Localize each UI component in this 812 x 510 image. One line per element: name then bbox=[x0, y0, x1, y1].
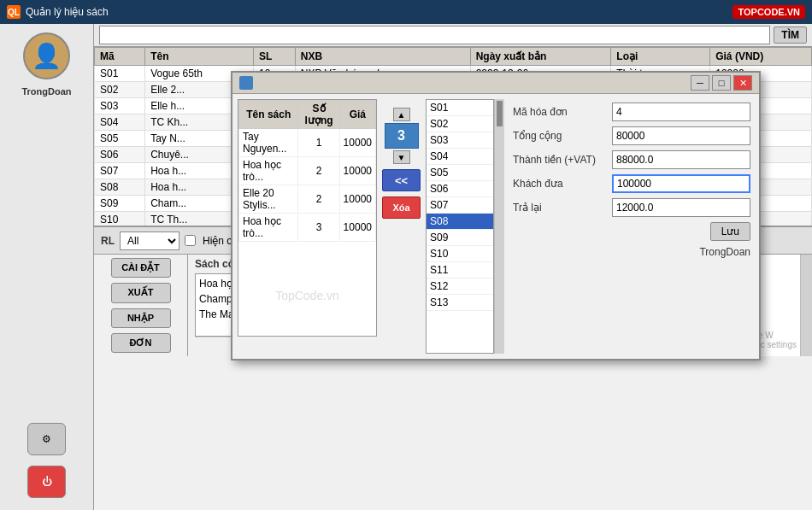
book-list-item[interactable]: S11 bbox=[427, 262, 493, 278]
maximize-button[interactable]: □ bbox=[712, 75, 731, 91]
quantity-control: ▲ 3 ▼ bbox=[385, 108, 419, 164]
order-table-cell: 10000 bbox=[339, 214, 375, 242]
order-table-row[interactable]: Tay Nguyen...110000 bbox=[239, 129, 376, 157]
khach-dua-row: Khách đưa bbox=[513, 174, 750, 193]
invoice-id-row: Mã hóa đơn bbox=[513, 103, 750, 121]
order-table-row[interactable]: Elle 20 Stylis...210000 bbox=[239, 185, 376, 214]
book-list-container: S01S02S03S04S05S06S07S08S09S10S11S12S13 bbox=[426, 99, 504, 354]
order-table-cell: 10000 bbox=[339, 129, 375, 157]
order-table-cell: 2 bbox=[298, 157, 339, 185]
scrollbar-thumb[interactable] bbox=[497, 101, 503, 126]
order-table-cell: Hoa học trò... bbox=[239, 214, 298, 242]
vat-row: Thành tiền (+VAT) bbox=[513, 150, 750, 169]
modal-window-controls: ─ □ ✕ bbox=[691, 75, 752, 91]
order-table-row[interactable]: Hoa học trò...310000 bbox=[239, 214, 376, 242]
modal-body: Tên sách Số lượng Giá Tay Nguyen...11000… bbox=[232, 94, 759, 359]
book-list-item[interactable]: S05 bbox=[427, 165, 493, 181]
tra-lai-input[interactable] bbox=[612, 198, 750, 217]
total-row: Tổng cộng bbox=[513, 126, 750, 145]
book-list-item[interactable]: S10 bbox=[427, 246, 493, 262]
khach-dua-input[interactable] bbox=[612, 174, 750, 193]
book-list-item[interactable]: S01 bbox=[427, 100, 493, 116]
book-list-scrollbar[interactable] bbox=[494, 99, 504, 354]
logo-badge: TOPCODE.VN bbox=[733, 5, 805, 19]
payment-panel: Mã hóa đơn Tổng cộng Thành tiền (+VAT) K… bbox=[509, 99, 754, 354]
order-table-cell: 1 bbox=[298, 129, 339, 157]
order-table-wrapper: Tên sách Số lượng Giá Tay Nguyen...11000… bbox=[238, 99, 377, 337]
qty-up-button[interactable]: ▲ bbox=[393, 108, 410, 121]
order-table-cell: 3 bbox=[298, 214, 339, 242]
modal-title-bar: ─ □ ✕ bbox=[232, 73, 759, 94]
ma-hoa-don-label: Mã hóa đơn bbox=[513, 106, 607, 118]
tra-lai-label: Trả lại bbox=[513, 202, 607, 214]
order-table-cell: 10000 bbox=[339, 185, 375, 214]
modal-icon bbox=[239, 76, 253, 90]
book-list-item[interactable]: S13 bbox=[427, 295, 493, 311]
order-table-row[interactable]: Hoa học trò...210000 bbox=[239, 157, 376, 185]
order-dialog: ─ □ ✕ Tên sách Số lượng Giá bbox=[231, 71, 761, 361]
book-list-item[interactable]: S06 bbox=[427, 181, 493, 197]
tong-cong-label: Tổng cộng bbox=[513, 130, 607, 142]
book-list-item[interactable]: S02 bbox=[427, 116, 493, 132]
order-table-cell: 2 bbox=[298, 185, 339, 214]
order-table-cell: Tay Nguyen... bbox=[239, 129, 298, 157]
remove-item-button[interactable]: Xóa bbox=[382, 196, 421, 219]
order-col-price: Giá bbox=[339, 101, 375, 129]
order-table-panel: Tên sách Số lượng Giá Tay Nguyen...11000… bbox=[238, 99, 377, 354]
qty-display: 3 bbox=[385, 123, 419, 149]
tong-cong-input[interactable] bbox=[612, 126, 750, 145]
book-list-item[interactable]: S12 bbox=[427, 278, 493, 295]
order-table-cell: Elle 20 Stylis... bbox=[239, 185, 298, 214]
title-bar: QL Quản lý hiệu sách TOPCODE.VN bbox=[0, 0, 812, 24]
book-list-scroll: S01S02S03S04S05S06S07S08S09S10S11S12S13 bbox=[427, 100, 493, 353]
modal-right-panel: S01S02S03S04S05S06S07S08S09S10S11S12S13 … bbox=[426, 99, 754, 354]
order-table-cell: 10000 bbox=[339, 157, 375, 185]
ma-hoa-don-input[interactable] bbox=[612, 103, 750, 121]
order-table-cell: Hoa học trò... bbox=[239, 157, 298, 185]
cashier-name: TrongDoan bbox=[513, 246, 750, 258]
order-table: Tên sách Số lượng Giá Tay Nguyen...11000… bbox=[238, 100, 376, 242]
modal-controls-panel: ▲ 3 ▼ << Xóa bbox=[382, 99, 421, 354]
order-col-qty: Số lượng bbox=[298, 101, 339, 129]
book-list-item[interactable]: S03 bbox=[427, 132, 493, 149]
close-button[interactable]: ✕ bbox=[733, 75, 752, 91]
book-list-item[interactable]: S04 bbox=[427, 149, 493, 165]
book-list-item[interactable]: S09 bbox=[427, 230, 493, 246]
save-row: Lưu bbox=[513, 222, 750, 241]
modal-overlay: ─ □ ✕ Tên sách Số lượng Giá bbox=[0, 24, 812, 510]
book-list-item[interactable]: S08 bbox=[427, 214, 493, 230]
khach-dua-label: Khách đưa bbox=[513, 178, 607, 190]
book-list-item[interactable]: S07 bbox=[427, 197, 493, 214]
thanh-tien-label: Thành tiền (+VAT) bbox=[513, 154, 607, 166]
save-button[interactable]: Lưu bbox=[710, 222, 750, 241]
add-to-cart-button[interactable]: << bbox=[382, 169, 421, 191]
order-col-name: Tên sách bbox=[239, 101, 298, 129]
tra-lai-row: Trả lại bbox=[513, 198, 750, 217]
thanh-tien-input[interactable] bbox=[612, 150, 750, 169]
app-icon: QL bbox=[7, 5, 21, 19]
minimize-button[interactable]: ─ bbox=[691, 75, 709, 91]
book-list-panel: S01S02S03S04S05S06S07S08S09S10S11S12S13 bbox=[426, 99, 494, 354]
app-title: Quản lý hiệu sách bbox=[26, 6, 109, 18]
qty-down-button[interactable]: ▼ bbox=[393, 150, 410, 164]
